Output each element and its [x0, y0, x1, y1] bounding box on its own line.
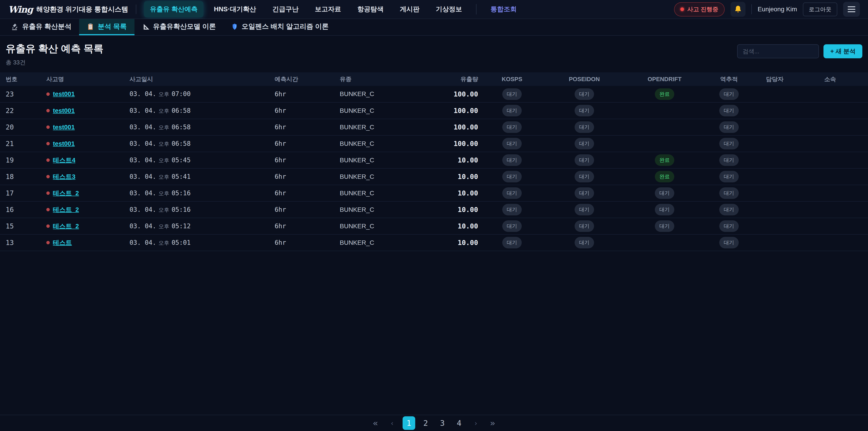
notifications-button[interactable]: [731, 2, 745, 17]
page-button-4[interactable]: 4: [453, 416, 465, 430]
incident-name-link[interactable]: test001: [53, 124, 75, 131]
manager-cell: [754, 152, 796, 168]
table-row[interactable]: 16테스트_203. 04.오후05:166hrBUNKER_C10.00대기대…: [0, 202, 868, 218]
logout-button[interactable]: 로그아웃: [803, 2, 837, 16]
poseidon-cell: 대기: [544, 218, 625, 235]
manager-cell: [754, 235, 796, 251]
table-row[interactable]: 13테스트03. 04.오후05:016hrBUNKER_C10.00대기대기대…: [0, 235, 868, 251]
prediction-duration: 6hr: [272, 86, 338, 102]
hamburger-menu-button[interactable]: [843, 2, 860, 17]
next-page-button[interactable]: ›: [469, 416, 482, 430]
last-page-button[interactable]: »: [486, 416, 499, 430]
poseidon-status-badge: 대기: [575, 171, 594, 182]
incident-ampm: 오후: [158, 91, 169, 97]
incident-ampm: 오후: [158, 240, 169, 246]
search-input[interactable]: [737, 44, 819, 58]
nav-item-0[interactable]: 유출유 확산예측: [144, 1, 204, 18]
column-header-10: 담당자: [754, 72, 796, 86]
nav-item-3[interactable]: 보고자료: [309, 1, 347, 18]
column-header-2: 사고일시: [127, 72, 272, 86]
table-row[interactable]: 22test00103. 04.오후06:586hrBUNKER_C100.00…: [0, 102, 868, 119]
tab-2[interactable]: 유출유확산모델 이론: [134, 19, 223, 35]
incident-date: 03. 04.: [129, 123, 156, 131]
table-row[interactable]: 19테스트403. 04.오후05:456hrBUNKER_C10.00대기대기…: [0, 152, 868, 168]
page-button-2[interactable]: 2: [419, 416, 432, 430]
organization-cell: [796, 102, 868, 119]
incident-name-cell: 테스트: [44, 235, 127, 251]
column-header-0: 번호: [0, 72, 44, 86]
incident-ampm: 오후: [158, 207, 169, 213]
table-row[interactable]: 18테스트303. 04.오후05:416hrBUNKER_C10.00대기대기…: [0, 168, 868, 185]
spill-amount: 100.00: [437, 102, 480, 119]
incident-datetime-cell: 03. 04.오후06:58: [127, 102, 272, 119]
table-row[interactable]: 15테스트_203. 04.오후05:126hrBUNKER_C10.00대기대…: [0, 218, 868, 235]
incident-ampm: 오후: [158, 223, 169, 229]
backtrack-status-badge: 대기: [719, 121, 739, 133]
manager-cell: [754, 202, 796, 218]
nav-item-4[interactable]: 항공탐색: [351, 1, 390, 18]
incident-status-badge[interactable]: 사고 진행중: [674, 2, 724, 17]
opendrift-cell: 대기: [625, 218, 704, 235]
first-page-button[interactable]: «: [369, 416, 382, 430]
kosps-cell: 대기: [480, 168, 544, 185]
tab-1[interactable]: 분석 목록: [79, 19, 134, 35]
poseidon-cell: 대기: [544, 202, 625, 218]
incident-name-link[interactable]: 테스트_2: [53, 222, 79, 230]
tab-0[interactable]: 유출유 확산분석: [3, 19, 79, 35]
new-analysis-button[interactable]: + 새 분석: [824, 44, 862, 58]
nav-item-6[interactable]: 기상정보: [430, 1, 468, 18]
incident-name-link[interactable]: 테스트: [53, 239, 72, 247]
table-row[interactable]: 20test00103. 04.오후06:586hrBUNKER_C100.00…: [0, 119, 868, 135]
nav-item-7[interactable]: 통합조회: [485, 1, 523, 18]
backtrack-cell: 대기: [704, 119, 754, 135]
app-logo[interactable]: Wing 해양환경 위기대응 통합시스템: [8, 4, 128, 15]
incident-dot-icon: [680, 7, 684, 11]
kosps-status-badge: 대기: [502, 138, 522, 149]
kosps-cell: 대기: [480, 218, 544, 235]
incident-name-link[interactable]: test001: [53, 140, 75, 147]
kosps-status-badge: 대기: [502, 237, 522, 248]
page-button-3[interactable]: 3: [436, 416, 449, 430]
incident-name-link[interactable]: test001: [53, 90, 75, 98]
column-header-3: 예측시간: [272, 72, 338, 86]
nav-item-2[interactable]: 긴급구난: [267, 1, 305, 18]
incident-datetime-cell: 03. 04.오후05:45: [127, 152, 272, 168]
spill-amount: 10.00: [437, 202, 480, 218]
poseidon-status-badge: 대기: [575, 105, 594, 116]
nav-item-1[interactable]: HNS·대기확산: [208, 1, 262, 18]
poseidon-cell: 대기: [544, 168, 625, 185]
kosps-status-badge: 대기: [502, 105, 522, 116]
organization-cell: [796, 185, 868, 202]
triangle-ruler-icon: [142, 23, 149, 30]
poseidon-status-badge: 대기: [575, 154, 594, 166]
page-header-actions: + 새 분석: [737, 44, 862, 58]
column-header-11: 소속: [796, 72, 868, 86]
nav-item-5[interactable]: 게시판: [394, 1, 426, 18]
incident-name-link[interactable]: 테스트3: [53, 173, 75, 181]
page-button-1[interactable]: 1: [403, 416, 415, 430]
table-row[interactable]: 21test00103. 04.오후06:586hrBUNKER_C100.00…: [0, 135, 868, 152]
microscope-icon: [11, 23, 19, 31]
table-row[interactable]: 17테스트_203. 04.오후05:166hrBUNKER_C10.00대기대…: [0, 185, 868, 202]
opendrift-cell: [625, 119, 704, 135]
kosps-cell: 대기: [480, 135, 544, 152]
incident-datetime-cell: 03. 04.오후05:16: [127, 185, 272, 202]
brand-divider: [136, 4, 136, 14]
incident-name-link[interactable]: 테스트_2: [53, 206, 79, 214]
incident-name-link[interactable]: 테스트4: [53, 156, 75, 164]
column-header-1: 사고명: [44, 72, 127, 86]
incident-ampm: 오후: [158, 174, 169, 180]
opendrift-status-badge: 대기: [655, 204, 674, 215]
incident-badge-label: 사고 진행중: [687, 5, 718, 13]
organization-cell: [796, 152, 868, 168]
pagination: «‹1234›»: [0, 415, 868, 431]
table-row[interactable]: 23test00103. 04.오후07:006hrBUNKER_C100.00…: [0, 86, 868, 102]
kosps-status-badge: 대기: [502, 220, 522, 232]
prev-page-button[interactable]: ‹: [386, 416, 399, 430]
incident-dot-icon: [46, 191, 50, 195]
main-nav: 유출유 확산예측HNS·대기확산긴급구난보고자료항공탐색게시판기상정보통합조회: [144, 1, 523, 18]
column-header-9: 역추적: [704, 72, 754, 86]
tab-3[interactable]: 오일펜스 배치 알고리즘 이론: [223, 19, 336, 35]
incident-name-link[interactable]: 테스트_2: [53, 189, 79, 197]
incident-name-link[interactable]: test001: [53, 107, 75, 114]
